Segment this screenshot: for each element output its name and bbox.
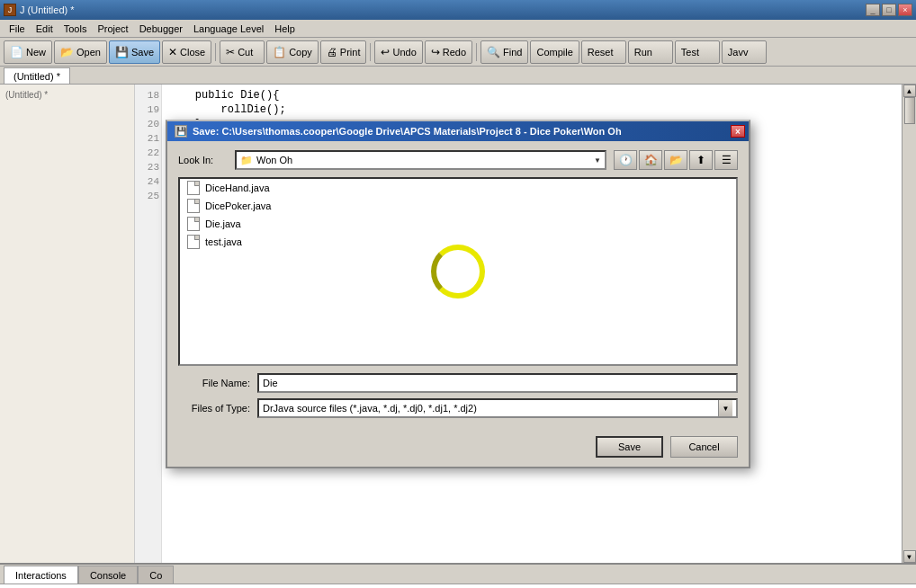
file-item-die[interactable]: Die.java: [180, 215, 736, 233]
recent-folder-button[interactable]: 🕐: [614, 150, 637, 170]
file-name-die: Die.java: [205, 218, 241, 229]
cancel-dialog-label: Cancel: [688, 441, 719, 452]
look-in-value: Won Oh: [256, 155, 292, 165]
save-dialog-button[interactable]: Save: [596, 436, 663, 458]
file-name-dicehand: DiceHand.java: [205, 183, 270, 193]
dialog-close-button[interactable]: ×: [731, 125, 745, 138]
save-dialog-label: Save: [618, 441, 641, 452]
files-of-type-row: Files of Type: DrJava source files (*.ja…: [178, 398, 738, 418]
file-name-row: File Name:: [178, 373, 738, 393]
file-icon-dicehand: [187, 181, 200, 195]
file-item-dicepoker[interactable]: DicePoker.java: [180, 197, 736, 215]
files-of-type-arrow[interactable]: ▼: [718, 400, 732, 416]
file-icon-test: [187, 235, 200, 249]
files-of-type-label: Files of Type:: [178, 403, 250, 414]
file-name-label: File Name:: [178, 378, 250, 388]
file-browser[interactable]: DiceHand.java DicePoker.java Die.java te…: [178, 177, 738, 366]
file-name-input[interactable]: [257, 373, 738, 393]
cancel-dialog-button[interactable]: Cancel: [670, 436, 738, 458]
file-item-dicehand[interactable]: DiceHand.java: [180, 179, 736, 197]
look-in-label: Look In:: [178, 155, 228, 165]
home-button[interactable]: 🏠: [639, 150, 662, 170]
files-of-type-value: DrJava source files (*.java, *.dj, *.dj0…: [263, 403, 718, 414]
dialog-icon: 💾: [175, 125, 187, 138]
dialog-body: Look In: 📁 Won Oh ▼ 🕐 🏠 📂 ⬆ ☰: [167, 141, 749, 432]
dialog-title-bar: 💾 Save: C:\Users\thomas.cooper\Google Dr…: [167, 121, 749, 141]
folder-detail-button[interactable]: ☰: [714, 150, 738, 170]
file-icon-die: [187, 217, 200, 231]
folder-up-button[interactable]: ⬆: [689, 150, 713, 170]
look-in-buttons: 🕐 🏠 📂 ⬆ ☰: [614, 150, 738, 170]
file-name-dicepoker: DicePoker.java: [205, 200, 271, 211]
file-icon-dicepoker: [187, 199, 200, 213]
folder-icon: 📁: [240, 155, 253, 166]
new-folder-button[interactable]: 📂: [664, 150, 687, 170]
look-in-arrow: ▼: [594, 156, 601, 165]
dialog-title: Save: C:\Users\thomas.cooper\Google Driv…: [193, 126, 622, 137]
loading-spinner: [431, 245, 485, 298]
file-item-test[interactable]: test.java: [180, 233, 736, 251]
save-dialog: 💾 Save: C:\Users\thomas.cooper\Google Dr…: [166, 120, 750, 468]
look-in-dropdown[interactable]: 📁 Won Oh ▼: [235, 150, 606, 170]
look-in-row: Look In: 📁 Won Oh ▼ 🕐 🏠 📂 ⬆ ☰: [178, 150, 738, 170]
dialog-overlay: 💾 Save: C:\Users\thomas.cooper\Google Dr…: [0, 0, 916, 588]
file-name-test: test.java: [205, 236, 242, 247]
files-of-type-select[interactable]: DrJava source files (*.java, *.dj, *.dj0…: [257, 398, 738, 418]
dialog-footer: Save Cancel: [167, 432, 749, 467]
